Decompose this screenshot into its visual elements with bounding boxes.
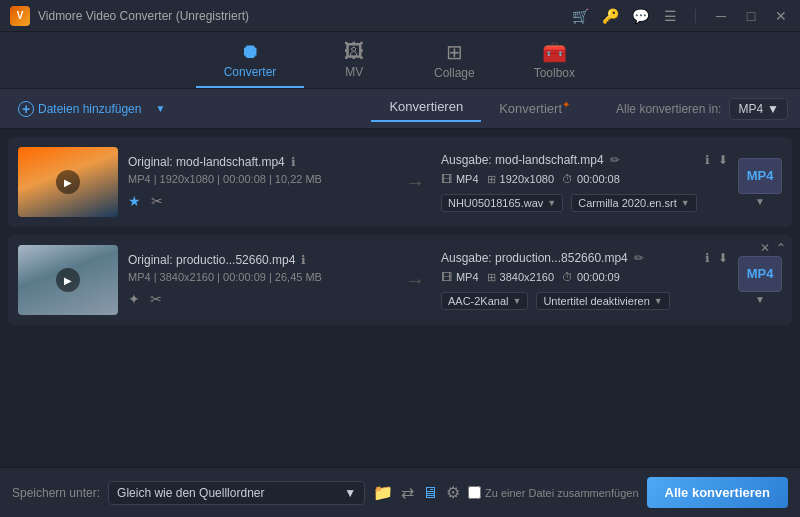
- info-circle-icon-1[interactable]: ℹ: [705, 153, 710, 167]
- play-button-2[interactable]: ▶: [56, 268, 80, 292]
- audio-track-select-1[interactable]: NHU05018165.wav ▼: [441, 194, 563, 212]
- app-icon: V: [10, 6, 30, 26]
- collage-icon: ⊞: [446, 40, 463, 64]
- star-icon-1[interactable]: ★: [128, 193, 141, 209]
- main-content: ▶ Original: mod-landschaft.mp4 ℹ MP4 | 1…: [0, 129, 800, 470]
- menu-icon[interactable]: ☰: [661, 7, 679, 25]
- file-size-2: 26,45 MB: [275, 271, 322, 283]
- file-actions-2: ✦ ✂: [128, 291, 389, 307]
- scissors-icon-1[interactable]: ✂: [151, 193, 163, 209]
- chat-icon[interactable]: 💬: [631, 7, 649, 25]
- format-badge-mp4-2[interactable]: MP4: [738, 256, 782, 292]
- folder-icon[interactable]: 📁: [373, 483, 393, 502]
- download-icon-1[interactable]: ⬇: [718, 153, 728, 167]
- collapse-item-2[interactable]: ⌃: [776, 241, 786, 255]
- merge-label: Zu einer Datei zusammenfügen: [485, 487, 638, 499]
- transfer-icon[interactable]: ⇄: [401, 483, 414, 502]
- output-dur-pill-1: ⏱ 00:00:08: [562, 173, 620, 185]
- download-icon-2[interactable]: ⬇: [718, 251, 728, 265]
- mv-icon: 🖼: [344, 40, 364, 63]
- output-filename-2: Ausgabe: production...852660.mp4: [441, 251, 628, 265]
- arrow-1: →: [399, 171, 431, 194]
- close-button[interactable]: ✕: [772, 7, 790, 25]
- subtitle-select-2[interactable]: Untertitel deaktivieren ▼: [536, 292, 669, 310]
- out-format-2: MP4: [456, 271, 479, 283]
- subtitle-select-1[interactable]: Carmilla 2020.en.srt ▼: [571, 194, 696, 212]
- output-selects-2: AAC-2Kanal ▼ Untertitel deaktivieren ▼: [441, 292, 728, 310]
- tab-toolbox-label: Toolbox: [534, 66, 575, 80]
- minimize-button[interactable]: ─: [712, 7, 730, 25]
- output-format-row-1: 🎞 MP4 ⊞ 1920x1080 ⏱ 00:00:08: [441, 173, 728, 186]
- clock-icon-2: ⏱: [562, 271, 573, 283]
- output-info-2: Ausgabe: production...852660.mp4 ✏ ℹ ⬇ 🎞…: [441, 251, 728, 310]
- format-badge-mp4-1[interactable]: MP4: [738, 158, 782, 194]
- key-icon[interactable]: 🔑: [601, 7, 619, 25]
- out-resolution-1: 1920x1080: [500, 173, 554, 185]
- output-label: Alle konvertieren in:: [616, 102, 721, 116]
- maximize-button[interactable]: □: [742, 7, 760, 25]
- file-item-2: ✕ ⌃ ▶ Original: productio...52660.mp4 ℹ …: [8, 235, 792, 325]
- save-path-value: Gleich wie den Quelllordner: [117, 486, 264, 500]
- format-badge-arrow-2[interactable]: ▼: [755, 294, 765, 305]
- status-icons: 📁 ⇄ 🖥 ⚙: [373, 483, 460, 502]
- edit-icon-1[interactable]: ✏: [610, 153, 620, 167]
- file-meta-2: MP4 | 3840x2160 | 00:00:09 | 26,45 MB: [128, 271, 389, 283]
- output-format-row-2: 🎞 MP4 ⊞ 3840x2160 ⏱ 00:00:09: [441, 271, 728, 284]
- convert-all-button[interactable]: Alle konvertieren: [647, 477, 789, 508]
- add-files-button[interactable]: + Dateien hinzufügen: [12, 99, 147, 119]
- file-size-1: 10,22 MB: [275, 173, 322, 185]
- file-thumbnail-1: ▶: [18, 147, 118, 217]
- convert-tab-konvertiert[interactable]: Konvertiert✦: [481, 95, 588, 122]
- tab-toolbox[interactable]: 🧰 Toolbox: [504, 32, 604, 88]
- info-icon-2[interactable]: ℹ: [301, 253, 306, 267]
- audio-track-arrow-2: ▼: [513, 296, 522, 306]
- play-button-1[interactable]: ▶: [56, 170, 80, 194]
- convert-tab-konvertieren[interactable]: Konvertieren: [371, 95, 481, 122]
- divider: [695, 9, 696, 23]
- settings-icon[interactable]: ⚙: [446, 483, 460, 502]
- toolbox-icon: 🧰: [542, 40, 567, 64]
- format-badge-1: MP4 ▼: [738, 158, 782, 207]
- output-filename-1: Ausgabe: mod-landschaft.mp4: [441, 153, 604, 167]
- file-name-row-2: Original: productio...52660.mp4 ℹ: [128, 253, 389, 267]
- tab-mv[interactable]: 🖼 MV: [304, 32, 404, 88]
- add-dropdown-arrow[interactable]: ▼: [155, 103, 165, 114]
- file-name-row-1: Original: mod-landschaft.mp4 ℹ: [128, 155, 389, 169]
- info-icon-1[interactable]: ℹ: [291, 155, 296, 169]
- original-filename-1: Original: mod-landschaft.mp4: [128, 155, 285, 169]
- merge-checkbox[interactable]: [468, 486, 481, 499]
- item-controls-2: ✕ ⌃: [760, 241, 786, 255]
- konvertiert-label: Konvertiert: [499, 101, 562, 116]
- info-circle-icon-2[interactable]: ℹ: [705, 251, 710, 265]
- res-icon-1: ⊞: [487, 173, 496, 186]
- format-badge-arrow-1[interactable]: ▼: [755, 196, 765, 207]
- subtitle-arrow-1: ▼: [681, 198, 690, 208]
- subtitle-value-2: Untertitel deaktivieren: [543, 295, 649, 307]
- output-selects-1: NHU05018165.wav ▼ Carmilla 2020.en.srt ▼: [441, 194, 728, 212]
- out-duration-1: 00:00:08: [577, 173, 620, 185]
- nav-tabs: ⏺ Converter 🖼 MV ⊞ Collage 🧰 Toolbox: [0, 32, 800, 89]
- output-res-pill-2: ⊞ 3840x2160: [487, 271, 554, 284]
- output-format-select[interactable]: MP4 ▼: [729, 98, 788, 120]
- tab-converter-label: Converter: [224, 65, 277, 79]
- tab-collage[interactable]: ⊞ Collage: [404, 32, 504, 88]
- audio-track-select-2[interactable]: AAC-2Kanal ▼: [441, 292, 528, 310]
- out-format-1: MP4: [456, 173, 479, 185]
- konvertiert-badge: ✦: [562, 99, 570, 110]
- save-path-arrow: ▼: [344, 486, 356, 500]
- close-item-2[interactable]: ✕: [760, 241, 770, 255]
- screen-icon[interactable]: 🖥: [422, 484, 438, 502]
- konvertieren-label: Konvertieren: [389, 99, 463, 114]
- audio-track-arrow-1: ▼: [547, 198, 556, 208]
- out-duration-2: 00:00:09: [577, 271, 620, 283]
- film-icon-2: 🎞: [441, 271, 452, 283]
- file-resolution-1: 1920x1080: [160, 173, 214, 185]
- output-name-row-2: Ausgabe: production...852660.mp4 ✏ ℹ ⬇: [441, 251, 728, 265]
- arrow-2: →: [399, 269, 431, 292]
- sparkle-icon-2[interactable]: ✦: [128, 291, 140, 307]
- tab-converter[interactable]: ⏺ Converter: [196, 32, 305, 88]
- scissors-icon-2[interactable]: ✂: [150, 291, 162, 307]
- edit-icon-2[interactable]: ✏: [634, 251, 644, 265]
- cart-icon[interactable]: 🛒: [571, 7, 589, 25]
- save-path-select[interactable]: Gleich wie den Quelllordner ▼: [108, 481, 365, 505]
